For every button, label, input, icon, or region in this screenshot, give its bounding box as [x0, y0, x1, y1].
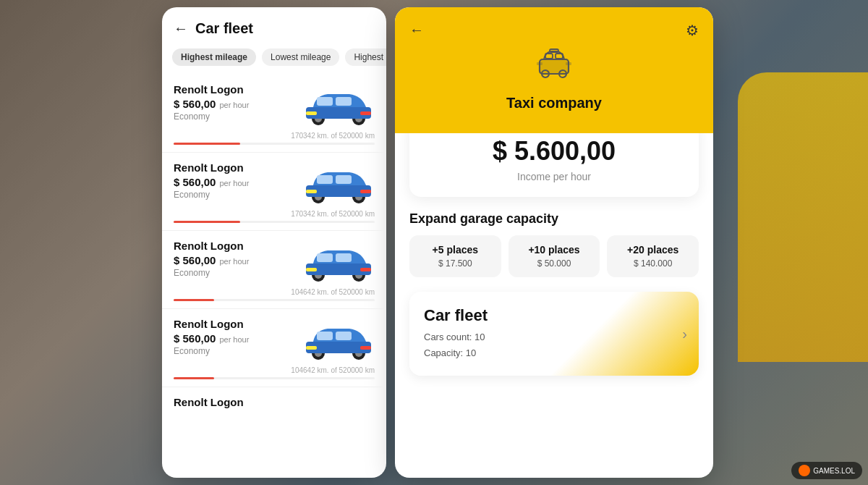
car-price: $ 560,00 — [174, 176, 216, 188]
progress-bar-wrap — [174, 143, 375, 145]
left-panel-header: ← Car fleet — [162, 7, 386, 46]
svg-rect-44 — [566, 62, 571, 65]
garage-option-10[interactable]: +10 places $ 50.000 — [509, 235, 600, 277]
games-lol-text: GAMES.LOL — [813, 467, 855, 475]
car-item[interactable]: Renolt Logon $ 560,00 per hour Economy — [162, 75, 386, 153]
car-name: Renolt Logon — [174, 318, 295, 330]
svg-rect-17 — [360, 190, 371, 193]
car-price-row: $ 560,00 per hour — [174, 98, 295, 110]
per-hour-label: per hour — [219, 101, 249, 109]
garage-places: +10 places — [514, 244, 595, 256]
svg-rect-26 — [360, 268, 371, 271]
mileage-row: 170342 km. of 520000 km — [174, 208, 375, 221]
car-price: $ 560,00 — [174, 254, 216, 266]
chip-lowest-mileage[interactable]: Lowest mileage — [262, 48, 339, 66]
garage-places: +20 places — [613, 244, 693, 256]
svg-rect-6 — [336, 97, 352, 106]
svg-rect-5 — [317, 97, 333, 106]
car-details: Renolt Logon $ 560,00 per hour Economy — [174, 161, 295, 200]
car-image — [295, 240, 375, 287]
svg-rect-15 — [336, 175, 352, 184]
car-item[interactable]: Renolt Logon $ 560,00 per hour Economy — [162, 231, 386, 309]
car-details: Renolt Logon $ 560,00 per hour Economy — [174, 318, 295, 356]
expand-section-title: Expand garage capacity — [409, 211, 699, 227]
car-info-row: Renolt Logon — [174, 396, 375, 410]
car-details: Renolt Logon $ 560,00 per hour Economy — [174, 240, 295, 278]
mileage-text: 104642 km. of 520000 km — [291, 366, 375, 374]
car-info-row: Renolt Logon $ 560,00 per hour Economy — [174, 161, 375, 208]
fleet-card-title: Car fleet — [424, 306, 684, 325]
mileage-text: 170342 km. of 520000 km — [291, 210, 375, 218]
svg-rect-43 — [537, 62, 542, 65]
back-button-right[interactable]: ← — [409, 22, 424, 39]
svg-rect-8 — [360, 111, 371, 115]
panels-container: ← Car fleet Highest mileage Lowest milea… — [0, 0, 868, 485]
car-fleet-card[interactable]: Car fleet Cars count: 10 Capacity: 10 › — [409, 292, 699, 376]
company-title: Taxi company — [506, 95, 602, 111]
chip-highest-mileage[interactable]: Highest mileage — [172, 48, 256, 66]
car-price: $ 560,00 — [174, 98, 216, 110]
chevron-right-icon: › — [682, 326, 687, 342]
per-hour-label: per hour — [219, 257, 249, 266]
car-item[interactable]: Renolt Logon $ 560,00 per hour Economy — [162, 309, 386, 387]
mileage-text: 104642 km. of 520000 km — [291, 288, 375, 296]
progress-bar — [174, 221, 240, 223]
back-button-left[interactable]: ← — [174, 20, 188, 37]
car-info-row: Renolt Logon $ 560,00 per hour Economy — [174, 240, 375, 287]
garage-option-5[interactable]: +5 places $ 17.500 — [409, 235, 501, 277]
fleet-capacity: Capacity: 10 — [424, 345, 684, 361]
svg-rect-7 — [306, 111, 317, 115]
mileage-text: 170342 km. of 520000 km — [291, 132, 375, 140]
car-price-row: $ 560,00 per hour — [174, 332, 295, 345]
svg-rect-25 — [306, 268, 317, 271]
svg-rect-33 — [336, 332, 352, 340]
car-price-row: $ 560,00 per hour — [174, 176, 295, 188]
right-top-bar: ← ⚙ — [409, 22, 699, 39]
mileage-row: 170342 km. of 520000 km — [174, 130, 375, 143]
chip-highest-income[interactable]: Highest i — [345, 48, 386, 66]
svg-rect-14 — [317, 175, 333, 184]
garage-places: +5 places — [415, 244, 495, 256]
per-hour-label: per hour — [219, 335, 249, 344]
car-item[interactable]: Renolt Logon — [162, 387, 386, 415]
car-category: Economy — [174, 190, 295, 200]
taxi-icon — [534, 46, 574, 89]
svg-rect-36 — [540, 59, 569, 74]
car-category: Economy — [174, 111, 295, 122]
garage-options: +5 places $ 17.500 +10 places $ 50.000 +… — [409, 235, 699, 277]
car-image — [295, 318, 375, 365]
progress-bar — [174, 377, 214, 379]
progress-bar — [174, 143, 240, 145]
car-item[interactable]: Renolt Logon $ 560,00 per hour Economy — [162, 153, 386, 231]
mileage-row: 104642 km. of 520000 km — [174, 365, 375, 377]
progress-bar-wrap — [174, 299, 375, 301]
right-panel-body: $ 5.600,00 Income per hour Expand garage… — [395, 133, 713, 478]
left-panel-title: Car fleet — [195, 20, 253, 37]
garage-price: $ 50.000 — [514, 258, 595, 269]
progress-bar-wrap — [174, 377, 375, 379]
svg-rect-23 — [317, 253, 333, 262]
svg-rect-34 — [306, 346, 317, 350]
car-name: Renolt Logon — [174, 240, 295, 252]
car-details: Renolt Logon — [174, 396, 375, 410]
garage-price: $ 17.500 — [415, 258, 495, 269]
svg-rect-35 — [360, 346, 371, 350]
mileage-row: 104642 km. of 520000 km — [174, 287, 375, 299]
car-info-row: Renolt Logon $ 560,00 per hour Economy — [174, 83, 375, 130]
car-category: Economy — [174, 346, 295, 356]
garage-option-20[interactable]: +20 places $ 140.000 — [607, 235, 699, 277]
right-panel-top: ← ⚙ Taxi company — [395, 7, 713, 133]
right-panel: ← ⚙ Taxi company — [395, 7, 713, 478]
car-image — [295, 83, 375, 130]
car-info-row: Renolt Logon $ 560,00 per hour Economy — [174, 318, 375, 365]
fleet-cars-count: Cars count: 10 — [424, 329, 684, 345]
progress-bar — [174, 299, 214, 301]
car-details: Renolt Logon $ 560,00 per hour Economy — [174, 83, 295, 122]
car-name: Renolt Logon — [174, 396, 375, 408]
gear-icon[interactable]: ⚙ — [686, 22, 699, 39]
games-lol-icon — [799, 465, 810, 476]
income-label: Income per hour — [424, 171, 684, 182]
income-card: $ 5.600,00 Income per hour — [409, 133, 699, 197]
games-lol-badge: GAMES.LOL — [791, 462, 862, 479]
left-panel: ← Car fleet Highest mileage Lowest milea… — [162, 7, 386, 478]
